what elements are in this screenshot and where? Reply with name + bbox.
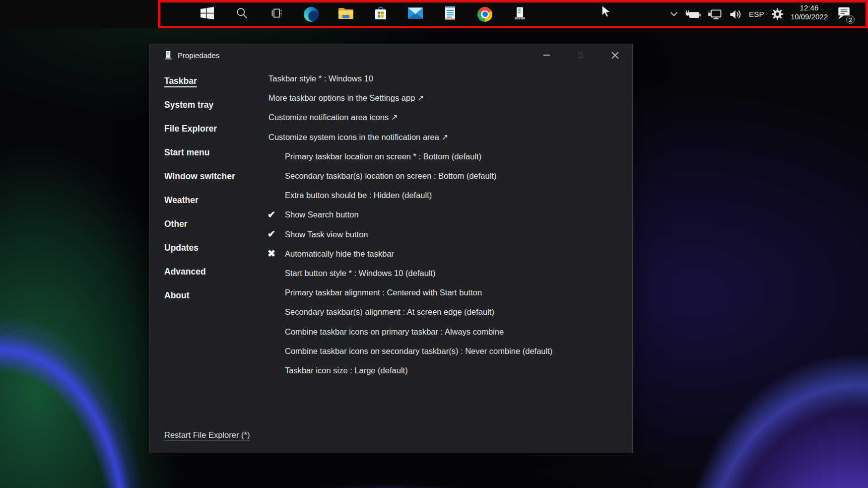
- setting-row[interactable]: Secondary taskbar(s) location on screen …: [149, 166, 633, 186]
- language-indicator[interactable]: ESP: [749, 0, 764, 28]
- task-view-button[interactable]: [259, 0, 294, 28]
- volume-icon[interactable]: [729, 0, 742, 28]
- store-button[interactable]: [363, 0, 398, 28]
- maximize-icon: [578, 53, 583, 58]
- search-button[interactable]: [224, 0, 259, 28]
- setting-row[interactable]: Primary taskbar location on screen * : B…: [149, 147, 633, 166]
- setting-link[interactable]: Customize system icons in the notificati…: [149, 128, 633, 147]
- setting-label: Secondary taskbar(s) location on screen …: [285, 171, 496, 181]
- file-explorer-button[interactable]: [329, 0, 363, 28]
- window-title: Propiedades: [178, 51, 219, 60]
- setting-row[interactable]: Combine taskbar icons on primary taskbar…: [149, 322, 633, 341]
- mail-button[interactable]: [398, 0, 433, 28]
- chrome-icon: [477, 7, 492, 22]
- restart-explorer-link[interactable]: Restart File Explorer (*): [164, 430, 250, 440]
- taskbar-app-icons: [190, 0, 537, 28]
- minimize-icon: [543, 55, 550, 56]
- setting-label: Primary taskbar location on screen * : B…: [285, 152, 481, 161]
- setting-label: More taskbar options in the Settings app…: [268, 93, 424, 103]
- setting-row[interactable]: Start button style * : Windows 10 (defau…: [149, 264, 633, 283]
- properties-window: Propiedades TaskbarSystem trayFile Explo…: [149, 44, 633, 453]
- cross-icon: ✖: [267, 248, 275, 259]
- close-button[interactable]: [604, 44, 626, 66]
- window-titlebar[interactable]: Propiedades: [149, 44, 632, 66]
- clock-date: 10/09/2022: [791, 12, 828, 21]
- setting-label: Extra button should be : Hidden (default…: [285, 191, 432, 200]
- windows-start-icon: [200, 6, 214, 22]
- setting-label: Start button style * : Windows 10 (defau…: [285, 269, 436, 278]
- setting-label: Taskbar style * : Windows 10: [268, 74, 373, 83]
- setting-label: Secondary taskbar(s) alignment : At scre…: [285, 307, 494, 317]
- setting-label: Customize system icons in the notificati…: [268, 133, 448, 142]
- setting-toggle[interactable]: ✔Show Search button: [149, 205, 633, 224]
- settings-gear-icon[interactable]: [771, 0, 784, 28]
- close-icon: [611, 52, 619, 59]
- minimize-button[interactable]: [535, 44, 557, 66]
- content-rows: Taskbar style * : Windows 10More taskbar…: [149, 69, 633, 380]
- clock-time: 12:46: [800, 3, 819, 12]
- notepad-icon: [444, 6, 456, 22]
- check-icon: ✔: [267, 209, 275, 220]
- setting-label: Automatically hide the taskbar: [285, 249, 394, 259]
- task-view-icon: [270, 6, 283, 22]
- network-icon[interactable]: [708, 0, 723, 28]
- setting-label: Customize notification area icons ↗: [268, 113, 398, 122]
- setting-row[interactable]: Taskbar icon size : Large (default): [149, 361, 633, 380]
- setting-link[interactable]: More taskbar options in the Settings app…: [149, 88, 633, 108]
- explorer-patcher-icon: [513, 6, 527, 22]
- check-icon: ✔: [267, 228, 275, 240]
- setting-toggle[interactable]: ✔Show Task view button: [149, 225, 633, 244]
- app-icon: [163, 51, 173, 60]
- setting-label: Primary taskbar alignment : Centered wit…: [285, 288, 482, 297]
- file-explorer-icon: [338, 6, 354, 22]
- setting-row[interactable]: Secondary taskbar(s) alignment : At scre…: [149, 302, 633, 322]
- notification-center-button[interactable]: 2: [834, 0, 853, 28]
- setting-label: Combine taskbar icons on secondary taskb…: [285, 347, 552, 356]
- setting-label: Show Task view button: [285, 230, 368, 239]
- start-button[interactable]: [190, 0, 224, 28]
- clock[interactable]: 12:46 10/09/2022: [791, 0, 828, 27]
- explorer-patcher-button[interactable]: [502, 0, 537, 28]
- battery-charging-icon[interactable]: [684, 0, 701, 28]
- setting-row[interactable]: Combine taskbar icons on secondary taskb…: [149, 342, 633, 361]
- setting-row[interactable]: Primary taskbar alignment : Centered wit…: [149, 283, 633, 302]
- setting-row[interactable]: Taskbar style * : Windows 10: [149, 69, 633, 88]
- setting-label: Combine taskbar icons on primary taskbar…: [285, 327, 504, 337]
- setting-label: Taskbar icon size : Large (default): [285, 366, 408, 375]
- tray-chevron-icon[interactable]: [670, 0, 678, 28]
- microsoft-store-icon: [374, 6, 388, 23]
- setting-label: Show Search button: [285, 210, 359, 219]
- notification-badge: 2: [846, 15, 855, 24]
- system-tray: ESP 12:46 10/09/2022: [670, 0, 853, 28]
- setting-toggle[interactable]: ✖Automatically hide the taskbar: [149, 244, 633, 264]
- search-icon: [235, 6, 249, 22]
- setting-row[interactable]: Extra button should be : Hidden (default…: [149, 186, 633, 205]
- maximize-button[interactable]: [569, 44, 591, 66]
- notepad-button[interactable]: [433, 0, 467, 28]
- mail-icon: [408, 7, 423, 21]
- taskbar: ESP 12:46 10/09/2022: [0, 0, 868, 28]
- edge-icon: [304, 7, 319, 22]
- setting-link[interactable]: Customize notification area icons ↗: [149, 108, 633, 127]
- chrome-button[interactable]: [467, 0, 502, 28]
- edge-button[interactable]: [294, 0, 329, 28]
